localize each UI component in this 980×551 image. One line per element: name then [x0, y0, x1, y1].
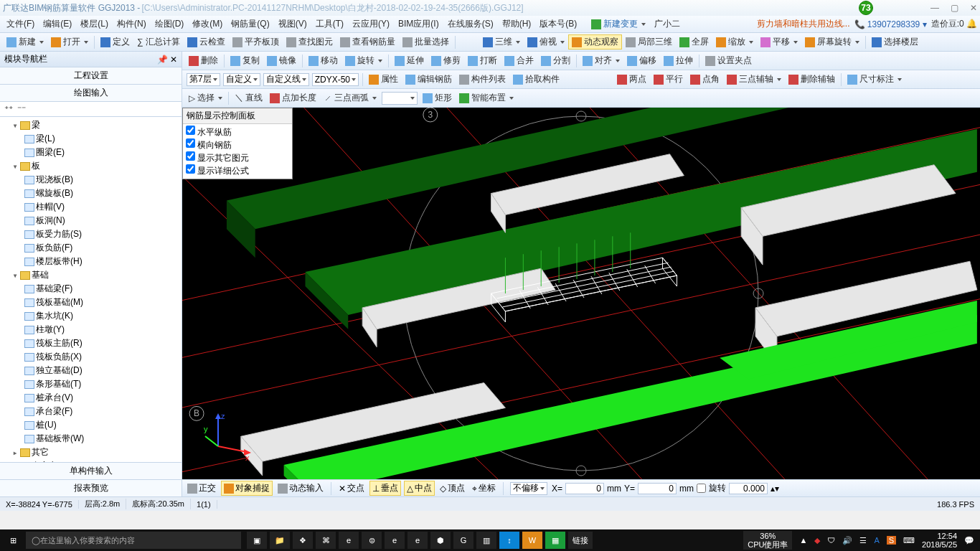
app-icon[interactable]: e	[339, 532, 359, 549]
copy-button[interactable]: 复制	[227, 53, 263, 68]
viewport-3d[interactable]: 3 B 钢筋显示控制面板 水平纵筋 横向钢筋 显示其它图元 显示详细公式 z	[182, 108, 980, 479]
smart-button[interactable]: 智能布置	[456, 90, 517, 105]
node-baseband[interactable]: 基础板带(W)	[0, 432, 182, 446]
expand-icon[interactable]: ⁺⁺	[4, 104, 13, 114]
align-button[interactable]: 对齐	[579, 53, 623, 68]
menu-cloud[interactable]: 云应用(Y)	[349, 17, 393, 32]
rebarview-button[interactable]: 查看钢筋量	[336, 34, 399, 50]
search-box[interactable]: ◯ 在这里输入你要搜索的内容	[26, 532, 241, 549]
node-found[interactable]: ▾基础	[0, 268, 182, 282]
select-button[interactable]: ▷选择	[185, 90, 226, 105]
ortho-toggle[interactable]: 正交	[185, 481, 218, 495]
rebar-display-panel[interactable]: 钢筋显示控制面板 水平纵筋 横向钢筋 显示其它图元 显示详细公式	[182, 108, 293, 179]
tab-report[interactable]: 报表预览	[0, 479, 182, 496]
menu-tools[interactable]: 工具(T)	[312, 17, 347, 32]
app-text[interactable]: 链接	[568, 532, 593, 549]
cpu-meter[interactable]: 36%CPU使用率	[743, 531, 792, 550]
app-icon[interactable]: ⬢	[430, 532, 451, 549]
node-slabrf[interactable]: 板受力筋(S)	[0, 227, 182, 241]
node-iso[interactable]: 独立基础(D)	[0, 364, 182, 377]
osnap-toggle[interactable]: 对象捕捉	[221, 481, 273, 496]
app-icon[interactable]: e	[407, 532, 428, 549]
tray-icon[interactable]: ◆	[814, 536, 820, 545]
setpt-button[interactable]: 设置夹点	[702, 53, 755, 68]
pan-button[interactable]: 平移	[757, 34, 801, 50]
app-icon[interactable]: ▦	[545, 532, 565, 549]
node-other[interactable]: ▸其它	[0, 446, 182, 459]
menu-view[interactable]: 视图(V)	[275, 17, 311, 32]
account-number[interactable]: 📞 13907298339 ▾	[854, 19, 927, 29]
rotate-button[interactable]: 旋转	[341, 53, 386, 68]
offset-mode[interactable]: 不偏移	[510, 482, 547, 495]
menu-online[interactable]: 在线服务(S)	[444, 17, 497, 32]
node-floorband[interactable]: 楼层板带(H)	[0, 255, 182, 268]
delaxis-button[interactable]: 删除辅轴	[785, 72, 839, 87]
new-change-button[interactable]: 新建变更	[588, 17, 649, 32]
node-raftmain[interactable]: 筏板主筋(R)	[0, 336, 182, 350]
node-beam-l[interactable]: 梁(L)	[0, 132, 182, 146]
app-icon[interactable]: ▣	[247, 532, 267, 549]
pick-button[interactable]: 拾取构件	[509, 72, 563, 87]
ptlen-button[interactable]: 点加长度	[266, 90, 320, 105]
node-strip[interactable]: 条形基础(T)	[0, 377, 182, 391]
node-pilecap[interactable]: 桩承台(V)	[0, 391, 182, 405]
find-button[interactable]: 查找图元	[283, 34, 336, 50]
batch-button[interactable]: 批量选择	[399, 34, 453, 50]
prop-button[interactable]: 属性	[365, 72, 402, 87]
node-spiral[interactable]: 螺旋板(B)	[0, 187, 182, 200]
rect-button[interactable]: 矩形	[419, 90, 456, 105]
mirror-button[interactable]: 镜像	[263, 53, 300, 68]
complist-button[interactable]: 构件列表	[456, 72, 509, 87]
sum-button[interactable]: ∑ 汇总计算	[133, 34, 184, 50]
x-field[interactable]: 0	[565, 483, 604, 494]
node-slabhole[interactable]: 板洞(N)	[0, 214, 182, 227]
front-button[interactable]: 俯视	[524, 34, 568, 50]
tab-project-settings[interactable]: 工程设置	[0, 67, 182, 85]
trim-button[interactable]: 修剪	[428, 53, 464, 68]
app-icon[interactable]: ⊜	[362, 532, 382, 549]
delete-button[interactable]: 删除	[185, 53, 222, 68]
split-button[interactable]: 分割	[537, 53, 574, 68]
menu-version[interactable]: 版本号(B)	[536, 17, 580, 32]
threeptaxis-button[interactable]: 三点辅轴	[723, 72, 785, 87]
pickfloor-button[interactable]: 选择楼层	[868, 34, 922, 50]
maximize-icon[interactable]: ▢	[951, 3, 958, 13]
fullscreen-button[interactable]: 全屏	[676, 34, 712, 50]
menu-draw[interactable]: 绘图(D)	[151, 17, 188, 32]
dynamic-view-button[interactable]: 动态观察	[568, 34, 622, 50]
new-button[interactable]: 新建	[3, 34, 47, 50]
twopt-button[interactable]: 两点	[613, 72, 650, 87]
move-button[interactable]: 移动	[305, 53, 341, 68]
app-icon[interactable]: W	[522, 532, 542, 549]
tray-icon[interactable]: ⌨	[903, 536, 915, 545]
cross-toggle[interactable]: ✕交点	[336, 481, 367, 495]
menu-floor[interactable]: 楼层(L)	[77, 17, 112, 32]
editrebar-button[interactable]: 编辑钢筋	[402, 72, 456, 87]
arc-button[interactable]: ⟋三点画弧	[320, 90, 380, 105]
node-raftneg[interactable]: 筏板负筋(X)	[0, 350, 182, 364]
screenrot-button[interactable]: 屏幕旋转	[801, 34, 863, 50]
collapse-icon[interactable]: ⁻⁻	[17, 104, 26, 114]
node-raft[interactable]: 筏板基础(M)	[0, 296, 182, 309]
chk-horiz[interactable]: 水平纵筋	[186, 126, 289, 138]
stretch-button[interactable]: 拉伸	[660, 53, 697, 68]
rot-field[interactable]: 0.000	[729, 483, 768, 494]
line-button[interactable]: ＼直线	[231, 90, 266, 105]
node-slab[interactable]: ▾板	[0, 159, 182, 173]
node-sump[interactable]: 集水坑(K)	[0, 309, 182, 323]
instance-select[interactable]: ZDYX-50	[312, 73, 359, 86]
app-icon[interactable]: ↕	[499, 532, 519, 549]
tray-icon[interactable]: 🛡	[827, 536, 835, 545]
minimize-icon[interactable]: —	[930, 3, 939, 13]
node-fbeam[interactable]: 基础梁(F)	[0, 282, 182, 296]
merge-button[interactable]: 合并	[501, 53, 537, 68]
chk-detail[interactable]: 显示详细公式	[186, 164, 289, 177]
tray-icon[interactable]: 🔊	[842, 536, 852, 545]
vert-toggle[interactable]: ⊥垂点	[369, 481, 401, 496]
rot-stepper[interactable]: ▴▾	[771, 484, 779, 494]
floor-select[interactable]: 第7层	[187, 73, 220, 86]
iso-button[interactable]: 三维	[479, 34, 524, 50]
tray-icon[interactable]: S	[887, 536, 896, 545]
close-icon[interactable]: ✕	[970, 3, 977, 13]
mid-toggle[interactable]: △中点	[404, 481, 435, 496]
